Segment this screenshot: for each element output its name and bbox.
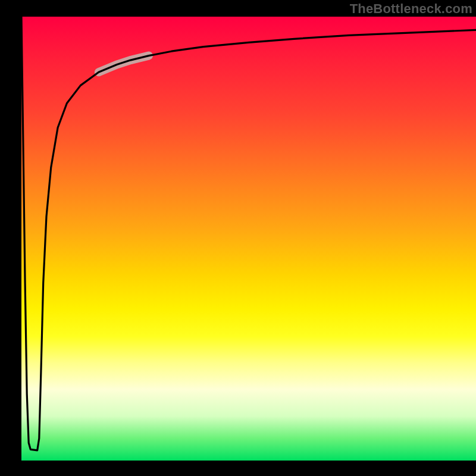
curve-path bbox=[21, 17, 476, 450]
plot-area bbox=[21, 17, 476, 461]
highlight-path bbox=[99, 56, 149, 73]
curve-svg bbox=[21, 17, 476, 461]
chart-frame: TheBottleneck.com bbox=[0, 0, 476, 476]
watermark-label: TheBottleneck.com bbox=[350, 1, 472, 17]
